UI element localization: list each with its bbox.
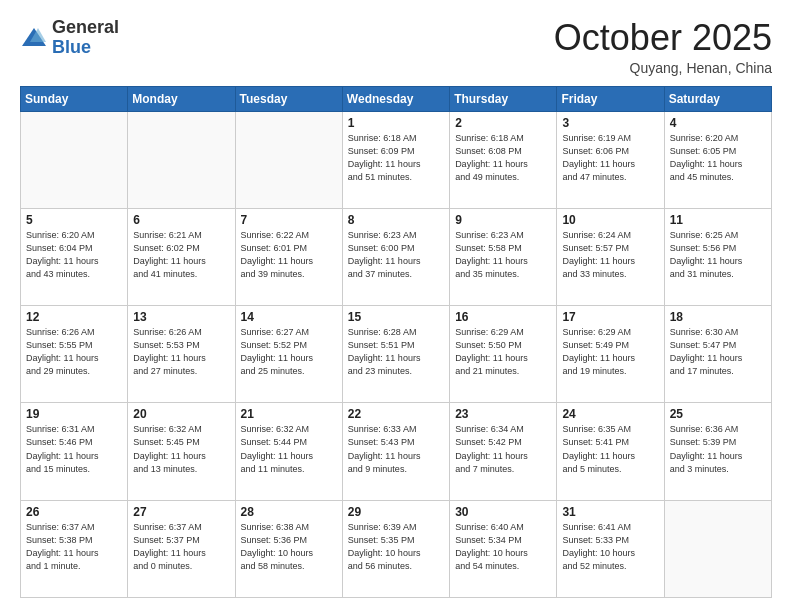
- page: General Blue October 2025 Quyang, Henan,…: [0, 0, 792, 612]
- day-info: Sunrise: 6:27 AMSunset: 5:52 PMDaylight:…: [241, 326, 337, 378]
- col-thursday: Thursday: [450, 86, 557, 111]
- day-number: 29: [348, 505, 444, 519]
- logo-blue: Blue: [52, 37, 91, 57]
- day-number: 25: [670, 407, 766, 421]
- calendar-cell: [235, 111, 342, 208]
- day-number: 14: [241, 310, 337, 324]
- day-number: 30: [455, 505, 551, 519]
- calendar-cell: 9Sunrise: 6:23 AMSunset: 5:58 PMDaylight…: [450, 208, 557, 305]
- calendar-header-row: Sunday Monday Tuesday Wednesday Thursday…: [21, 86, 772, 111]
- calendar-cell: 24Sunrise: 6:35 AMSunset: 5:41 PMDayligh…: [557, 403, 664, 500]
- col-tuesday: Tuesday: [235, 86, 342, 111]
- day-number: 8: [348, 213, 444, 227]
- calendar-cell: 11Sunrise: 6:25 AMSunset: 5:56 PMDayligh…: [664, 208, 771, 305]
- calendar-cell: 2Sunrise: 6:18 AMSunset: 6:08 PMDaylight…: [450, 111, 557, 208]
- calendar-week-2: 5Sunrise: 6:20 AMSunset: 6:04 PMDaylight…: [21, 208, 772, 305]
- day-number: 11: [670, 213, 766, 227]
- calendar-cell: 19Sunrise: 6:31 AMSunset: 5:46 PMDayligh…: [21, 403, 128, 500]
- calendar-cell: 17Sunrise: 6:29 AMSunset: 5:49 PMDayligh…: [557, 306, 664, 403]
- col-wednesday: Wednesday: [342, 86, 449, 111]
- day-info: Sunrise: 6:26 AMSunset: 5:53 PMDaylight:…: [133, 326, 229, 378]
- calendar-cell: [664, 500, 771, 597]
- day-number: 1: [348, 116, 444, 130]
- calendar-cell: 3Sunrise: 6:19 AMSunset: 6:06 PMDaylight…: [557, 111, 664, 208]
- day-number: 10: [562, 213, 658, 227]
- calendar-cell: 7Sunrise: 6:22 AMSunset: 6:01 PMDaylight…: [235, 208, 342, 305]
- day-info: Sunrise: 6:24 AMSunset: 5:57 PMDaylight:…: [562, 229, 658, 281]
- location-subtitle: Quyang, Henan, China: [554, 60, 772, 76]
- day-info: Sunrise: 6:40 AMSunset: 5:34 PMDaylight:…: [455, 521, 551, 573]
- day-number: 4: [670, 116, 766, 130]
- logo-general: General: [52, 17, 119, 37]
- calendar-week-1: 1Sunrise: 6:18 AMSunset: 6:09 PMDaylight…: [21, 111, 772, 208]
- calendar-cell: 15Sunrise: 6:28 AMSunset: 5:51 PMDayligh…: [342, 306, 449, 403]
- day-info: Sunrise: 6:29 AMSunset: 5:49 PMDaylight:…: [562, 326, 658, 378]
- day-info: Sunrise: 6:23 AMSunset: 6:00 PMDaylight:…: [348, 229, 444, 281]
- col-friday: Friday: [557, 86, 664, 111]
- day-info: Sunrise: 6:33 AMSunset: 5:43 PMDaylight:…: [348, 423, 444, 475]
- day-number: 16: [455, 310, 551, 324]
- day-info: Sunrise: 6:39 AMSunset: 5:35 PMDaylight:…: [348, 521, 444, 573]
- calendar-cell: 14Sunrise: 6:27 AMSunset: 5:52 PMDayligh…: [235, 306, 342, 403]
- calendar-cell: 18Sunrise: 6:30 AMSunset: 5:47 PMDayligh…: [664, 306, 771, 403]
- day-info: Sunrise: 6:35 AMSunset: 5:41 PMDaylight:…: [562, 423, 658, 475]
- day-number: 23: [455, 407, 551, 421]
- col-saturday: Saturday: [664, 86, 771, 111]
- col-monday: Monday: [128, 86, 235, 111]
- day-info: Sunrise: 6:32 AMSunset: 5:45 PMDaylight:…: [133, 423, 229, 475]
- calendar-cell: 20Sunrise: 6:32 AMSunset: 5:45 PMDayligh…: [128, 403, 235, 500]
- calendar-cell: 8Sunrise: 6:23 AMSunset: 6:00 PMDaylight…: [342, 208, 449, 305]
- logo: General Blue: [20, 18, 119, 58]
- calendar-cell: 27Sunrise: 6:37 AMSunset: 5:37 PMDayligh…: [128, 500, 235, 597]
- calendar-cell: 1Sunrise: 6:18 AMSunset: 6:09 PMDaylight…: [342, 111, 449, 208]
- calendar-cell: 23Sunrise: 6:34 AMSunset: 5:42 PMDayligh…: [450, 403, 557, 500]
- logo-icon: [20, 24, 48, 52]
- day-number: 13: [133, 310, 229, 324]
- day-info: Sunrise: 6:19 AMSunset: 6:06 PMDaylight:…: [562, 132, 658, 184]
- calendar-cell: 28Sunrise: 6:38 AMSunset: 5:36 PMDayligh…: [235, 500, 342, 597]
- day-info: Sunrise: 6:41 AMSunset: 5:33 PMDaylight:…: [562, 521, 658, 573]
- day-number: 19: [26, 407, 122, 421]
- day-number: 2: [455, 116, 551, 130]
- day-info: Sunrise: 6:38 AMSunset: 5:36 PMDaylight:…: [241, 521, 337, 573]
- calendar-cell: 30Sunrise: 6:40 AMSunset: 5:34 PMDayligh…: [450, 500, 557, 597]
- day-info: Sunrise: 6:22 AMSunset: 6:01 PMDaylight:…: [241, 229, 337, 281]
- calendar-cell: 4Sunrise: 6:20 AMSunset: 6:05 PMDaylight…: [664, 111, 771, 208]
- day-number: 9: [455, 213, 551, 227]
- title-block: October 2025 Quyang, Henan, China: [554, 18, 772, 76]
- day-number: 28: [241, 505, 337, 519]
- day-info: Sunrise: 6:20 AMSunset: 6:04 PMDaylight:…: [26, 229, 122, 281]
- day-number: 6: [133, 213, 229, 227]
- day-number: 5: [26, 213, 122, 227]
- calendar-cell: [128, 111, 235, 208]
- calendar-cell: 29Sunrise: 6:39 AMSunset: 5:35 PMDayligh…: [342, 500, 449, 597]
- month-title: October 2025: [554, 18, 772, 58]
- day-number: 18: [670, 310, 766, 324]
- day-number: 7: [241, 213, 337, 227]
- calendar-cell: 21Sunrise: 6:32 AMSunset: 5:44 PMDayligh…: [235, 403, 342, 500]
- logo-text: General Blue: [52, 18, 119, 58]
- day-info: Sunrise: 6:37 AMSunset: 5:37 PMDaylight:…: [133, 521, 229, 573]
- calendar-week-4: 19Sunrise: 6:31 AMSunset: 5:46 PMDayligh…: [21, 403, 772, 500]
- day-info: Sunrise: 6:34 AMSunset: 5:42 PMDaylight:…: [455, 423, 551, 475]
- day-info: Sunrise: 6:30 AMSunset: 5:47 PMDaylight:…: [670, 326, 766, 378]
- calendar-cell: 13Sunrise: 6:26 AMSunset: 5:53 PMDayligh…: [128, 306, 235, 403]
- day-info: Sunrise: 6:18 AMSunset: 6:08 PMDaylight:…: [455, 132, 551, 184]
- day-info: Sunrise: 6:29 AMSunset: 5:50 PMDaylight:…: [455, 326, 551, 378]
- day-number: 27: [133, 505, 229, 519]
- day-info: Sunrise: 6:36 AMSunset: 5:39 PMDaylight:…: [670, 423, 766, 475]
- col-sunday: Sunday: [21, 86, 128, 111]
- day-info: Sunrise: 6:32 AMSunset: 5:44 PMDaylight:…: [241, 423, 337, 475]
- calendar-cell: [21, 111, 128, 208]
- day-number: 22: [348, 407, 444, 421]
- calendar-cell: 10Sunrise: 6:24 AMSunset: 5:57 PMDayligh…: [557, 208, 664, 305]
- calendar-cell: 26Sunrise: 6:37 AMSunset: 5:38 PMDayligh…: [21, 500, 128, 597]
- calendar-table: Sunday Monday Tuesday Wednesday Thursday…: [20, 86, 772, 598]
- day-number: 31: [562, 505, 658, 519]
- day-info: Sunrise: 6:37 AMSunset: 5:38 PMDaylight:…: [26, 521, 122, 573]
- calendar-cell: 22Sunrise: 6:33 AMSunset: 5:43 PMDayligh…: [342, 403, 449, 500]
- day-number: 12: [26, 310, 122, 324]
- day-number: 3: [562, 116, 658, 130]
- calendar-cell: 31Sunrise: 6:41 AMSunset: 5:33 PMDayligh…: [557, 500, 664, 597]
- calendar-cell: 16Sunrise: 6:29 AMSunset: 5:50 PMDayligh…: [450, 306, 557, 403]
